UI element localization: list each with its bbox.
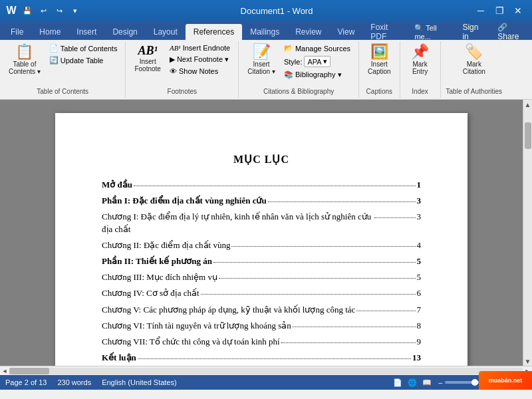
page-info[interactable]: Page 2 of 13 xyxy=(5,378,47,386)
ribbon-tabs: File Home Insert Design Layout Reference… xyxy=(0,21,532,40)
mark-citation-label: MarkCitation xyxy=(463,61,485,75)
toc-entry: Chương II: Đặc điểm địa chất vùng4 xyxy=(102,239,421,251)
toc-entry: Chương VI: Tính tài nguyên và trữ lượng … xyxy=(102,320,421,332)
tab-share[interactable]: 🔗 Share xyxy=(489,24,532,40)
insert-caption-label: InsertCaption xyxy=(368,61,390,75)
index-content: 📌 MarkEntry xyxy=(406,43,435,88)
tab-references[interactable]: References xyxy=(186,24,242,40)
citations-content: 📝 InsertCitation ▾ 📂 Manage Sources Styl… xyxy=(244,43,353,88)
scroll-track xyxy=(9,368,523,374)
toc-entry: Chương I: Đặc điểm địa lý tự nhiên, kinh… xyxy=(102,211,421,235)
tab-file[interactable]: File xyxy=(3,24,31,40)
title-bar: W 💾 ↩ ↪ ▾ Document1 - Word ─ ❐ ✕ xyxy=(0,0,532,21)
toc-entry-page: 7 xyxy=(417,304,422,316)
vertical-scrollbar[interactable]: ▲ ▼ xyxy=(523,100,532,366)
scroll-thumb[interactable] xyxy=(525,122,531,149)
insert-caption-icon: 🖼️ xyxy=(370,45,388,59)
toc-entry-text: Chương I: Đặc điểm địa lý tự nhiên, kinh… xyxy=(102,211,373,235)
language[interactable]: English (United States) xyxy=(102,378,177,386)
manage-sources-button[interactable]: 📂 Manage Sources xyxy=(281,43,353,54)
insert-footnote-label: InsertFootnote xyxy=(134,58,160,72)
redo-icon[interactable]: ↪ xyxy=(53,5,65,17)
show-notes-button[interactable]: 👁 Show Notes xyxy=(167,66,233,76)
ribbon: 📋 Table ofContents ▾ 📄 Table of Contents… xyxy=(0,40,532,100)
tab-view[interactable]: View xyxy=(330,24,363,40)
scroll-left-button[interactable]: ◄ xyxy=(0,366,9,376)
zoom-out-button[interactable]: – xyxy=(438,378,442,386)
manage-sources-icon: 📂 xyxy=(284,44,293,53)
manage-sources-label: Manage Sources xyxy=(295,45,350,53)
tab-review[interactable]: Review xyxy=(287,24,329,40)
toc-entry-page: 13 xyxy=(412,352,421,364)
insert-citation-button[interactable]: 📝 InsertCitation ▾ xyxy=(244,43,279,77)
restore-button[interactable]: ❐ xyxy=(491,2,508,19)
toc-container: Mở đầu1Phần I: Đặc điểm địa chất vùng ng… xyxy=(102,179,421,364)
footnotes-group-label: Footnotes xyxy=(168,88,197,96)
toc-entry: Chương IV: Cơ sở địa chất6 xyxy=(102,287,421,299)
update-table-button[interactable]: 🔄 Update Table xyxy=(47,55,120,66)
toc-entry-page: 5 xyxy=(417,255,422,267)
tab-signin[interactable]: Sign in xyxy=(454,24,489,40)
print-view-icon[interactable]: 📄 xyxy=(392,378,404,387)
close-button[interactable]: ✕ xyxy=(509,2,527,19)
bibliography-label: Bibliography ▾ xyxy=(295,70,342,79)
toc-entry: Mở đầu1 xyxy=(102,179,421,191)
read-view-icon[interactable]: 📖 xyxy=(421,378,433,387)
toc-entry: Chương VII: Tổ chức thi công và dự toán … xyxy=(102,336,421,348)
word-count[interactable]: 230 words xyxy=(57,378,91,386)
document-title: MỤC LỤC xyxy=(102,153,421,166)
watermark: muabán.net xyxy=(479,371,532,390)
tab-insert[interactable]: Insert xyxy=(68,24,104,40)
insert-footnote-button[interactable]: AB¹ InsertFootnote xyxy=(131,43,164,74)
toc-entry-text: Chương IV: Cơ sở địa chất xyxy=(102,287,200,299)
table-of-contents-button[interactable]: 📋 Table ofContents ▾ xyxy=(5,43,44,77)
next-footnote-button[interactable]: ▶ Next Footnote ▾ xyxy=(167,54,233,65)
insert-caption-button[interactable]: 🖼️ InsertCaption xyxy=(364,43,394,77)
citations-stack: 📂 Manage Sources Style: APA ▾ 📚 Bibliogr… xyxy=(281,43,353,80)
doc-scroll-area[interactable]: MỤC LỤC Mở đầu1Phần I: Đặc điểm địa chất… xyxy=(0,100,523,366)
document-area: MỤC LỤC Mở đầu1Phần I: Đặc điểm địa chất… xyxy=(0,100,532,366)
mark-entry-button[interactable]: 📌 MarkEntry xyxy=(406,43,435,77)
toc-entry: Phần II: Thiết kế phương án5 xyxy=(102,255,421,267)
insert-endnote-button[interactable]: AB¹ Insert Endnote xyxy=(167,43,233,53)
scroll-up-button[interactable]: ▲ xyxy=(523,100,533,109)
toc-entry-text: Phần II: Thiết kế phương án xyxy=(102,255,212,267)
web-view-icon[interactable]: 🌐 xyxy=(406,378,418,387)
scroll-down-button[interactable]: ▼ xyxy=(523,356,533,366)
bibliography-button[interactable]: 📚 Bibliography ▾ xyxy=(281,69,353,80)
toc-entry-page: 3 xyxy=(417,195,422,207)
doc-page: MỤC LỤC Mở đầu1Phần I: Đặc điểm địa chất… xyxy=(55,113,467,366)
tab-layout[interactable]: Layout xyxy=(146,24,186,40)
group-captions: 🖼️ InsertCaption Captions xyxy=(359,41,400,98)
customize-icon[interactable]: ▾ xyxy=(69,5,81,17)
captions-group-label: Captions xyxy=(366,88,392,96)
show-notes-icon: 👁 xyxy=(170,67,177,75)
mark-citation-button[interactable]: 🏷️ MarkCitation xyxy=(460,43,489,77)
tab-home[interactable]: Home xyxy=(31,24,68,40)
minimize-button[interactable]: ─ xyxy=(472,2,489,19)
zoom-thumb[interactable] xyxy=(471,379,478,386)
next-footnote-label: Next Footnote ▾ xyxy=(177,55,229,64)
title-bar-left: W 💾 ↩ ↪ ▾ xyxy=(5,5,81,17)
save-icon[interactable]: 💾 xyxy=(21,5,33,17)
toc-entry: Kết luận13 xyxy=(102,352,421,364)
h-scroll-thumb[interactable] xyxy=(9,368,49,374)
toc-entry-dots xyxy=(138,358,411,359)
tab-mailings[interactable]: Mailings xyxy=(242,24,287,40)
style-dropdown[interactable]: APA ▾ xyxy=(304,56,330,67)
group-table-of-contents: 📋 Table ofContents ▾ 📄 Table of Contents… xyxy=(0,41,126,98)
toc-entry-dots xyxy=(201,294,416,295)
tab-foxit[interactable]: Foxit PDF xyxy=(362,24,406,40)
toc-entry-page: 9 xyxy=(417,336,422,348)
tab-design[interactable]: Design xyxy=(104,24,145,40)
tab-tellme[interactable]: 🔍 Tell me... xyxy=(406,24,454,40)
mark-entry-icon: 📌 xyxy=(411,45,429,59)
toc-entry-text: Chương II: Đặc điểm địa chất vùng xyxy=(102,239,230,251)
toc-entry-text: Kết luận xyxy=(102,352,136,364)
toc-entry-page: 1 xyxy=(417,179,422,191)
update-table-label: Update Table xyxy=(61,57,104,65)
toc-entry: Chương V: Các phương pháp áp dụng, kỹ th… xyxy=(102,304,421,316)
toc-entry-text: Chương V: Các phương pháp áp dụng, kỹ th… xyxy=(102,304,355,316)
add-text-button[interactable]: 📄 Table of Contents xyxy=(47,43,120,54)
undo-icon[interactable]: ↩ xyxy=(37,5,49,17)
